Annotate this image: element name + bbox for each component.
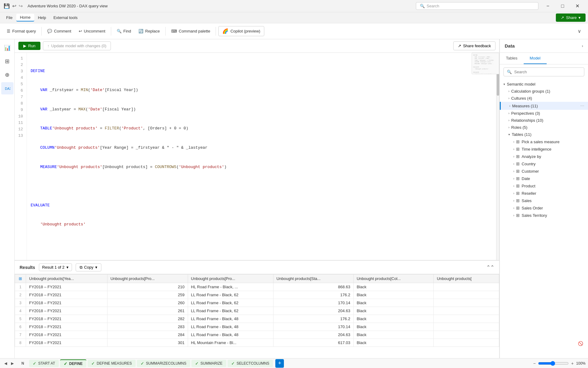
tree-calculation-groups[interactable]: › Calculation groups (1) xyxy=(500,88,588,95)
tree-roles[interactable]: › Roles (5) xyxy=(500,124,588,131)
editor-scrollbar[interactable] xyxy=(496,53,499,260)
tab-define[interactable]: ✓ DEFINE xyxy=(60,359,86,367)
results-table-container[interactable]: ⊞ Unbought products[Yea... Unbought prod… xyxy=(15,274,499,358)
tree-table-pick-sales[interactable]: › ⊞ Pick a sales measure xyxy=(500,138,588,145)
cell-year: FY2018 – FY2021 xyxy=(26,323,107,331)
tree-table-date[interactable]: › ⊞ Date xyxy=(500,175,588,182)
tab-select-columns[interactable]: ✓ SELECTCOLUMNS xyxy=(228,360,273,367)
table-icon: ⊞ xyxy=(516,139,520,144)
tree-table-time-intelligence[interactable]: › ⊞ Time intelligence xyxy=(500,145,588,153)
tree-table-reseller[interactable]: › ⊞ Reseller xyxy=(500,190,588,197)
close-button[interactable]: ✕ xyxy=(570,1,584,11)
tree-tables-group[interactable]: ▾ Tables (11) xyxy=(500,131,588,138)
tab-summarize-columns[interactable]: ✓ SUMMARIZECOLUMNS xyxy=(137,360,190,367)
tree-item-actions[interactable]: ··· xyxy=(580,103,584,109)
copilot-label: Copilot (preview) xyxy=(230,29,260,33)
cell-idx: 7 xyxy=(15,331,26,339)
command-palette-icon: ⌨ xyxy=(171,29,177,33)
menu-external-tools[interactable]: External tools xyxy=(50,14,81,21)
maximize-button[interactable]: □ xyxy=(556,1,570,11)
format-query-button[interactable]: ☰ Format query xyxy=(4,27,39,35)
tree-table-country[interactable]: › ⊞ Country xyxy=(500,160,588,167)
col-header-year[interactable]: Unbought products[Yea... xyxy=(26,274,107,283)
tree-table-sales[interactable]: › ⊞ Sales xyxy=(500,197,588,204)
zoom-out-icon[interactable]: − xyxy=(533,361,536,366)
comment-label: Comment xyxy=(54,29,71,33)
title-bar-left: 💾 ↩ ↪ Adventure Works DW 2020 - DAX quer… xyxy=(4,3,416,9)
tab-tables[interactable]: Tables xyxy=(500,53,524,64)
panel-search-input[interactable] xyxy=(514,70,581,74)
sidebar-table-icon[interactable]: ⊞ xyxy=(1,55,13,67)
undo-icon[interactable]: ↩ xyxy=(12,3,16,9)
zoom-slider[interactable] xyxy=(538,361,569,366)
update-model-button[interactable]: ↑ Update model with changes (0) xyxy=(43,41,111,50)
zoom-level: 100% xyxy=(576,361,586,366)
results-header: Results Result 1 of 2 ▾ ⧉ Copy ▾ ⌃⌃ xyxy=(15,261,499,274)
chevron-right-icon: › xyxy=(508,126,509,129)
toolbar-divider-2 xyxy=(111,27,111,36)
code-content[interactable]: DEFINE VAR _firstyear = MIN('Date'[Fisca… xyxy=(27,53,496,260)
cell-color: Black xyxy=(353,291,434,299)
tab-n[interactable]: N xyxy=(18,360,28,367)
result-selector[interactable]: Result 1 of 2 ▾ xyxy=(39,263,72,271)
col-header-extra[interactable]: Unbought products[ xyxy=(434,274,499,283)
cell-extra xyxy=(434,283,499,291)
share-button[interactable]: ↗ Share ▾ xyxy=(556,13,586,22)
sidebar-report-icon[interactable]: 📊 xyxy=(1,42,13,54)
save-icon[interactable]: 💾 xyxy=(4,3,10,9)
panel-search-box[interactable]: 🔍 xyxy=(503,67,584,76)
tab-model[interactable]: Model xyxy=(524,53,547,64)
tree-table-customer[interactable]: › ⊞ Customer xyxy=(500,167,588,175)
cell-color: Black xyxy=(353,283,434,291)
tree-cultures[interactable]: › Cultures (4) xyxy=(500,95,588,102)
menu-home[interactable]: Home xyxy=(16,14,34,21)
command-palette-button[interactable]: ⌨ Command palette xyxy=(168,27,213,35)
collapse-results-button[interactable]: ⌃⌃ xyxy=(486,264,494,270)
comment-button[interactable]: 💬 Comment xyxy=(44,27,74,35)
table-row: 4 FY2018 – FY2021 261 LL Road Frame - Bl… xyxy=(15,307,499,315)
tree-measures[interactable]: › Measures (11) ··· xyxy=(500,102,588,110)
toolbar-expand-button[interactable]: ∨ xyxy=(575,26,584,36)
sidebar-model-icon[interactable]: ⊕ xyxy=(1,69,13,81)
tree-semantic-model[interactable]: ▾ Semantic model xyxy=(500,81,588,88)
right-panel-expand-button[interactable]: › xyxy=(582,44,583,48)
tree-relationships[interactable]: › Relationships (10) xyxy=(500,117,588,124)
cell-idx: 4 xyxy=(15,307,26,315)
zoom-in-icon[interactable]: + xyxy=(571,361,574,366)
replace-button[interactable]: 🔄 Replace xyxy=(135,27,163,35)
tab-nav-next-button[interactable]: ▶ xyxy=(9,360,15,366)
minimize-button[interactable]: − xyxy=(541,1,555,11)
tab-nav-prev-button[interactable]: ◀ xyxy=(2,360,9,366)
copy-chevron-icon: ▾ xyxy=(95,265,97,270)
share-feedback-button[interactable]: ↗ Share feedback xyxy=(453,41,496,50)
cell-standard-cost: 170.14 xyxy=(273,323,353,331)
col-header-color[interactable]: Unbought products[Col... xyxy=(353,274,434,283)
menu-file[interactable]: File xyxy=(2,14,16,21)
tree-table-product[interactable]: › ⊞ Product xyxy=(500,182,588,190)
tab-start-at[interactable]: ✓ START AT xyxy=(29,360,59,367)
run-button[interactable]: ▶ Run xyxy=(18,42,40,50)
tab-define-measures[interactable]: ✓ DEFINE MEASURES xyxy=(88,360,136,367)
sidebar-dax-icon[interactable]: DAX xyxy=(1,82,13,94)
add-tab-button[interactable]: + xyxy=(275,359,284,368)
redo-icon[interactable]: ↪ xyxy=(19,3,23,9)
copy-button[interactable]: ⧉ Copy ▾ xyxy=(76,263,101,271)
chevron-right-icon: › xyxy=(508,97,509,100)
uncomment-button[interactable]: ↩ Uncomment xyxy=(76,27,108,35)
global-search-box[interactable]: 🔍 Search xyxy=(416,2,538,10)
tree-table-sales-territory[interactable]: › ⊞ Sales Territory xyxy=(500,212,588,219)
chevron-right-icon: › xyxy=(508,90,509,93)
col-header-product-key[interactable]: Unbought products[Pro... xyxy=(107,274,188,283)
col-header-product-name[interactable]: Unbought products[Pro... xyxy=(188,274,273,283)
table-row: 6 FY2018 – FY2021 283 LL Road Frame - Bl… xyxy=(15,323,499,331)
tree-perspectives[interactable]: › Perspectives (3) xyxy=(500,110,588,117)
code-editor[interactable]: 12345 678910 111213 DEFINE VAR _firstyea… xyxy=(15,53,499,260)
copilot-button[interactable]: 🌈 Copilot (preview) xyxy=(218,26,264,36)
menu-help[interactable]: Help xyxy=(34,14,50,21)
tab-summarize[interactable]: ✓ SUMMARIZE xyxy=(191,360,226,367)
share-chevron-icon: ▾ xyxy=(579,15,581,20)
find-button[interactable]: 🔍 Find xyxy=(114,27,134,35)
tree-table-sales-order[interactable]: › ⊞ Sales Order xyxy=(500,204,588,212)
tree-table-analyze-by[interactable]: › ⊞ Analyze by xyxy=(500,153,588,160)
col-header-standard-cost[interactable]: Unbought products[Sta... xyxy=(273,274,353,283)
